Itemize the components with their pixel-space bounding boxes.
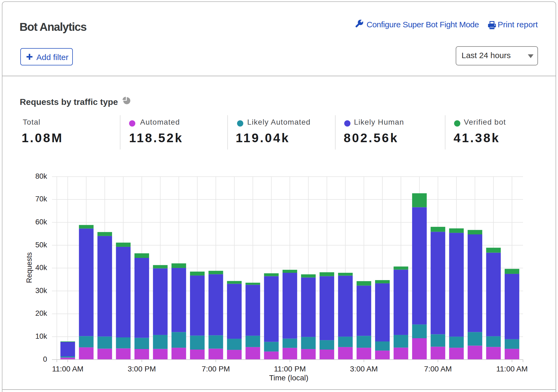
svg-text:20k: 20k xyxy=(35,309,47,317)
svg-text:3:00 PM: 3:00 PM xyxy=(128,365,156,373)
svg-text:7:00 AM: 7:00 AM xyxy=(424,365,452,373)
svg-text:3:00 AM: 3:00 AM xyxy=(350,365,378,373)
svg-text:11:00 AM: 11:00 AM xyxy=(496,365,528,373)
svg-text:0: 0 xyxy=(43,355,47,363)
svg-text:11:00 PM: 11:00 PM xyxy=(274,365,306,373)
svg-text:40k: 40k xyxy=(35,264,47,272)
svg-text:60k: 60k xyxy=(35,218,47,226)
svg-text:80k: 80k xyxy=(35,172,47,180)
svg-text:50k: 50k xyxy=(35,241,47,249)
svg-text:10k: 10k xyxy=(35,332,47,340)
svg-text:70k: 70k xyxy=(35,195,47,203)
svg-text:7:00 PM: 7:00 PM xyxy=(202,365,230,373)
svg-text:11:00 AM: 11:00 AM xyxy=(52,365,83,373)
svg-text:Requests: Requests xyxy=(25,252,33,283)
svg-text:30k: 30k xyxy=(35,287,47,295)
svg-text:Time (local): Time (local) xyxy=(269,374,308,382)
